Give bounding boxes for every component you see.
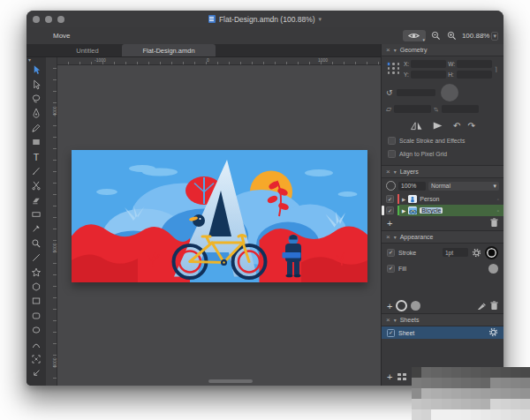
skew-vertical-input[interactable] — [442, 105, 479, 113]
stroke-color-swatch[interactable] — [485, 246, 498, 259]
layer-row-bicycle[interactable]: ✓ ▶ Bicycle ▫ — [382, 205, 504, 216]
stroke-checkbox[interactable]: ✓ — [387, 249, 395, 257]
tool-text[interactable]: T — [29, 149, 43, 163]
link-dimensions-icon[interactable]: ⌉ — [495, 60, 499, 79]
tool-polygon[interactable] — [29, 280, 43, 294]
collapse-icon[interactable]: ▾ — [394, 169, 397, 175]
fill-checkbox[interactable]: ✓ — [387, 265, 395, 273]
delete-layer-button[interactable] — [490, 218, 498, 228]
layers-section-header[interactable]: × ▾ Layers — [382, 165, 504, 178]
tool-knife[interactable] — [29, 164, 43, 178]
tool-line[interactable] — [29, 251, 43, 265]
rotation-dial[interactable] — [441, 84, 458, 101]
layer-disclosure-icon[interactable]: ▶ — [402, 208, 405, 214]
tool-ellipse[interactable] — [29, 323, 43, 337]
skew-horizontal-input[interactable] — [394, 105, 431, 113]
rotation-input[interactable] — [397, 89, 435, 96]
appearance-section-header[interactable]: × ▾ Appearance — [382, 230, 504, 244]
tool-eraser[interactable] — [29, 193, 43, 207]
delete-appearance-button[interactable] — [490, 301, 498, 311]
layer-visibility-checkbox[interactable]: ✓ — [386, 195, 394, 203]
tool-frame[interactable] — [29, 207, 43, 221]
zoom-out-icon — [431, 31, 441, 41]
w-input[interactable] — [457, 60, 492, 68]
tool-rectangle[interactable] — [29, 294, 43, 308]
rotate-right-button[interactable]: ↷ — [468, 121, 475, 131]
y-input[interactable] — [411, 71, 446, 79]
close-icon[interactable]: × — [386, 316, 390, 324]
fill-color-swatch[interactable] — [488, 264, 498, 274]
close-icon[interactable]: × — [386, 168, 390, 176]
tool-pen[interactable] — [29, 106, 43, 120]
stroke-row: ✓ Stroke 1pt — [382, 244, 504, 261]
tab-flat-design[interactable]: Flat-Design.amdn — [122, 44, 216, 56]
tool-rounded-rectangle[interactable] — [29, 309, 43, 323]
tool-fill-shape[interactable] — [29, 135, 43, 149]
layer-name-edit-field[interactable]: Bicycle — [420, 207, 443, 214]
pencil-tool-icon — [31, 123, 42, 133]
tool-scissors[interactable] — [29, 178, 43, 192]
cleanup-brush-icon[interactable] — [477, 302, 487, 311]
tool-zoom[interactable] — [29, 236, 43, 251]
title-caret-icon[interactable]: ▾ — [319, 16, 322, 23]
new-fill-swatch-icon[interactable] — [411, 301, 420, 311]
flip-vertical-button[interactable] — [432, 121, 444, 131]
app-window: Flat-Design.amdn (100.88%) ▾ Move ▾ — [26, 11, 504, 386]
collapse-icon[interactable]: ▾ — [394, 317, 397, 323]
close-icon[interactable]: × — [386, 233, 390, 241]
sheets-section-header[interactable]: × ▾ Sheets — [382, 313, 504, 326]
add-sheet-button[interactable]: + — [387, 371, 392, 382]
new-stroke-swatch-icon[interactable] — [396, 300, 407, 311]
layer-visibility-checkbox[interactable]: ✓ — [386, 206, 394, 214]
x-input[interactable] — [411, 60, 446, 68]
stroke-width-input[interactable]: 1pt — [443, 248, 468, 257]
window-title: Flat-Design.amdn (100.88%) — [219, 15, 315, 24]
add-appearance-button[interactable]: + — [387, 301, 392, 311]
canvas[interactable]: ⊹ -1000 0 1000 — [57, 57, 381, 386]
tool-move[interactable] — [29, 63, 43, 77]
zoom-in-button[interactable] — [446, 30, 458, 41]
sheet-grid-view-icon[interactable] — [398, 373, 406, 381]
align-pixel-grid-checkbox-row[interactable]: Align to Pixel Grid — [386, 150, 499, 158]
h-input[interactable] — [457, 71, 492, 79]
zoom-out-button[interactable] — [430, 30, 442, 41]
geometry-section-header[interactable]: × ▾ Geometry — [382, 44, 504, 56]
horizontal-scrollbar[interactable] — [208, 379, 253, 383]
tool-arc[interactable] — [29, 337, 43, 351]
sheet-row[interactable]: ✓ Sheet — [382, 326, 504, 339]
zoom-level-control[interactable]: 100.88% ▾ — [462, 32, 498, 41]
scale-stroke-checkbox-row[interactable]: Scale Stroke and Effects — [386, 137, 499, 145]
tool-eyedropper[interactable] — [29, 221, 43, 236]
scissors-tool-icon — [31, 180, 42, 191]
layer-lock-icon[interactable]: ▫ — [497, 208, 499, 214]
close-icon[interactable]: × — [386, 46, 390, 54]
tool-artboard[interactable] — [29, 352, 43, 366]
zoom-caret-icon: ▾ — [491, 32, 498, 41]
tool-pencil[interactable] — [29, 121, 43, 135]
sheet-settings-gear-icon[interactable] — [488, 327, 498, 337]
tab-untitled[interactable]: Untitled — [53, 44, 122, 56]
tool-star[interactable] — [29, 265, 43, 279]
tool-direct-selection[interactable] — [29, 77, 43, 91]
tool-export[interactable] — [29, 366, 43, 380]
align-pixel-grid-checkbox[interactable] — [388, 150, 396, 158]
collapse-icon[interactable]: ▾ — [394, 234, 397, 240]
view-options-button[interactable]: ▾ — [403, 30, 426, 41]
anchor-point-selector[interactable] — [386, 62, 401, 75]
flip-horizontal-button[interactable] — [410, 121, 423, 131]
sheets-title: Sheets — [400, 317, 420, 323]
collapse-icon[interactable]: ▾ — [394, 47, 397, 53]
rotate-left-button[interactable]: ↶ — [453, 121, 460, 131]
layer-row-person[interactable]: ✓ ▶ Person ▫ — [382, 193, 504, 205]
sheet-checkbox[interactable]: ✓ — [387, 329, 395, 337]
artboard-illustration[interactable] — [72, 150, 367, 282]
layer-name[interactable]: Person — [420, 196, 439, 202]
blend-mode-dropdown[interactable]: Normal ▾ — [428, 182, 499, 191]
scale-stroke-checkbox[interactable] — [388, 137, 396, 145]
layer-lock-icon[interactable]: ▫ — [497, 197, 499, 202]
stroke-settings-gear-icon[interactable] — [472, 248, 481, 258]
add-layer-button[interactable]: + — [387, 219, 392, 228]
opacity-input[interactable]: 100% — [398, 182, 426, 191]
tool-lasso[interactable] — [29, 92, 43, 106]
layer-disclosure-icon[interactable]: ▶ — [402, 197, 405, 202]
